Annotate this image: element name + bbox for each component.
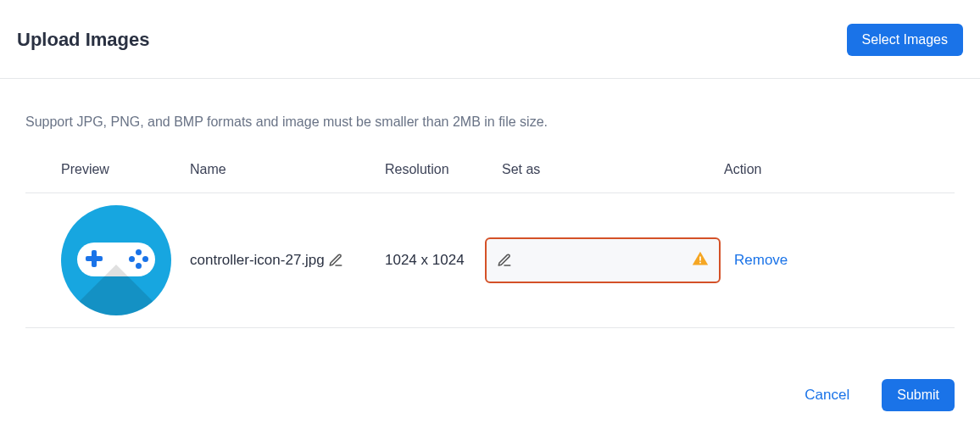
cancel-button[interactable]: Cancel	[805, 387, 849, 404]
edit-setas-icon[interactable]	[497, 253, 512, 268]
edit-name-icon[interactable]	[328, 253, 343, 268]
col-header-set-as: Set as	[502, 162, 724, 177]
file-name: controller-icon-27.jpg	[190, 252, 325, 269]
table-row: controller-icon-27.jpg 1024 x 1024	[25, 193, 955, 328]
svg-rect-1	[699, 262, 701, 264]
preview-image[interactable]	[61, 205, 171, 315]
upload-table: Preview Name Resolution Set as Action	[0, 147, 980, 328]
col-header-name: Name	[190, 162, 385, 177]
set-as-input[interactable]	[485, 237, 721, 283]
help-text: Support JPG, PNG, and BMP formats and im…	[0, 79, 980, 147]
submit-button[interactable]: Submit	[882, 379, 955, 411]
col-header-preview: Preview	[61, 162, 190, 177]
remove-button[interactable]: Remove	[734, 252, 788, 268]
col-header-resolution: Resolution	[385, 162, 502, 177]
page-title: Upload Images	[17, 29, 149, 51]
svg-rect-0	[699, 257, 701, 261]
warning-icon	[692, 250, 709, 270]
col-header-action: Action	[724, 162, 955, 177]
select-images-button[interactable]: Select Images	[847, 24, 963, 56]
table-header-row: Preview Name Resolution Set as Action	[25, 147, 955, 193]
